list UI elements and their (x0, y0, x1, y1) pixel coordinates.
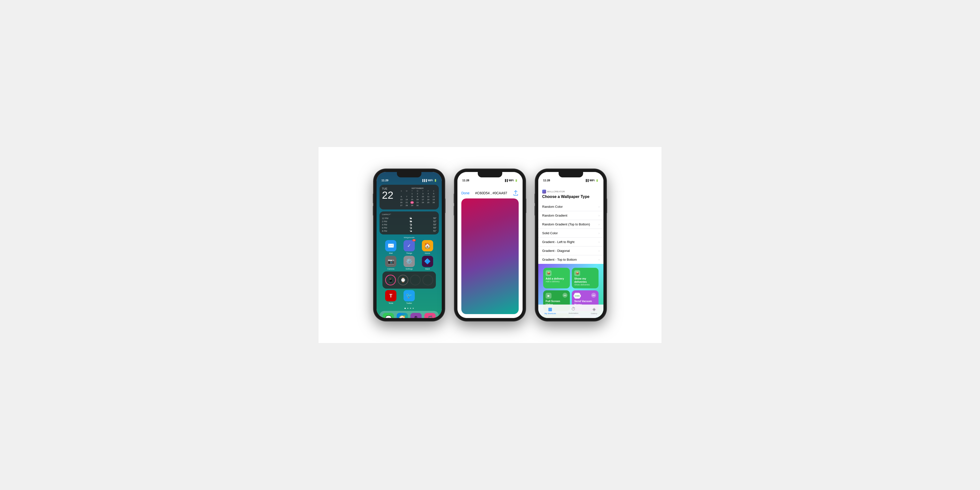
p2-wifi-icon: WiFi (509, 179, 514, 182)
dock-podcasts[interactable]: 🎙 (410, 313, 422, 318)
app-settings[interactable]: ⚙️ Settings (401, 256, 418, 270)
battery-circle-2: ⌚ (398, 275, 409, 285)
calendar-day: TUE (382, 187, 397, 190)
app-grid-row2: T Tesla 🐦 Twitter (380, 290, 439, 304)
battery-icon: 🔋 (434, 179, 437, 182)
dock-safari[interactable]: 🧭 (397, 313, 408, 318)
wallpaper-type-list: Random Color › Random Gradient › Random … (538, 202, 603, 264)
weather-row-2: 2 PM🌦72° (382, 220, 436, 223)
app-twitter[interactable]: 🐦 Twitter (401, 290, 418, 304)
phone-1-status-icons: ▐▐▐ WiFi 🔋 (422, 179, 437, 182)
shortcut-neato-icon-1: neato (574, 293, 580, 299)
phone-3-status-bar: 11:28 ▐▐ WiFi 🔋 (538, 172, 603, 183)
page-dot-1 (404, 308, 406, 309)
chevron-icon: › (598, 223, 600, 226)
chevron-icon: › (598, 249, 600, 253)
battery-circle-1: 📱 (385, 275, 396, 285)
phone-3: 11:28 ▐▐ WiFi 🔋 WALLCREATOR Choose a Wal… (535, 169, 606, 321)
shortcut-vacuum-more[interactable]: ••• (591, 293, 596, 298)
dock: 💬 🧭 🎙 🎵 (380, 311, 439, 318)
things-icon: ✓ (407, 243, 411, 248)
battery-circle-3 (410, 275, 421, 285)
wallpaper-item-solid-color[interactable]: Solid Color › (538, 229, 603, 238)
safari-icon: 🧭 (399, 315, 406, 318)
app-mail[interactable]: ✉️ Mail (382, 240, 399, 254)
app-home-label: Home (425, 252, 430, 254)
page-dot-4 (412, 308, 414, 309)
widgetsmith-label: Widgetsmith (380, 236, 439, 239)
tab-gallery-label: Gallery (591, 312, 597, 315)
tab-automation-label: Automation (568, 312, 578, 314)
phone-1-status-bar: 11:29 ▐▐▐ WiFi 🔋 (377, 172, 442, 183)
phone-3-notch (558, 172, 583, 177)
shortcut-show-deliveries-subtitle: Show deliveries (574, 283, 596, 286)
tab-gallery[interactable]: ◈ Gallery (591, 307, 597, 315)
page-dot-2 (407, 308, 409, 309)
wallpaper-item-label: Random Color (542, 205, 563, 208)
automation-icon: ⏱ (571, 307, 576, 312)
wallpaper-item-label: Gradient - Diagonal (542, 249, 570, 253)
watch-battery-icon: ⌚ (400, 277, 406, 283)
wallpaper-item-gradient-tb[interactable]: Gradient - Top to Bottom › (538, 255, 603, 264)
wallpaper-item-label: Random Gradient (Top to Bottom) (542, 223, 590, 226)
shortcut-video-more[interactable]: ••• (563, 293, 568, 298)
wallpaper-item-gradient-diagonal[interactable]: Gradient - Diagonal › (538, 247, 603, 255)
app-twitter-label: Twitter (406, 302, 412, 304)
mail-icon: ✉️ (388, 243, 394, 249)
page-dot-3 (410, 308, 411, 309)
share-button[interactable] (513, 190, 519, 196)
p2-battery-icon: 🔋 (515, 179, 518, 182)
music-icon: 🎵 (426, 315, 433, 318)
done-button[interactable]: Done (461, 191, 469, 195)
messages-icon: 💬 (385, 315, 392, 318)
page-dots (377, 306, 442, 311)
calendar-date: 22 (382, 190, 397, 200)
wallcreator-name: WALLCREATOR (547, 190, 565, 193)
app-home[interactable]: 🏠 Home (419, 240, 436, 254)
phone-1-notch (397, 172, 422, 177)
wallpaper-item-gradient-lr[interactable]: Gradient - Left to Right › (538, 238, 603, 247)
weather-widget[interactable]: CARROT° 12 PM🌥70° 2 PM🌦72° 4 PM🌤73° 6 PM… (380, 212, 439, 234)
dock-music[interactable]: 🎵 (424, 313, 436, 318)
shortcut-show-deliveries[interactable]: 📦 Show my deliveries Show deliveries (572, 268, 598, 288)
phone-2-status-icons: ▐▐ WiFi 🔋 (504, 179, 518, 182)
wallcreator-app-label: WALLCREATOR (542, 189, 600, 194)
calendar-weather-widget[interactable]: TUE 22 SEPTEMBER SMTWTFS 12345 (380, 185, 439, 210)
weather-row-3: 4 PM🌤73° (382, 223, 436, 226)
signal-icon: ▐▐▐ (422, 179, 427, 182)
tesla-icon: T (389, 293, 392, 299)
p3-signal-icon: ▐▐ (585, 179, 589, 182)
app-camera[interactable]: 📷 Camera (382, 256, 399, 270)
gallery-icon: ◈ (592, 307, 596, 312)
app-grid: ✉️ Mail ✓ 5 Things (380, 240, 439, 289)
tab-my-shortcuts[interactable]: ▦ My Shortcuts (545, 307, 556, 315)
tab-automation[interactable]: ⏱ Automation (568, 307, 578, 314)
wallpaper-item-random-gradient[interactable]: Random Gradient › (538, 211, 603, 220)
gradient-preview (461, 199, 519, 314)
app-tesla[interactable]: T Tesla (382, 290, 399, 304)
wallpaper-item-random-gradient-top[interactable]: Random Gradient (Top to Bottom) › (538, 220, 603, 229)
wallpaper-title: Choose a Wallpaper Type (542, 194, 600, 199)
dock-messages[interactable]: 💬 (383, 313, 394, 318)
wallpaper-item-label: Gradient - Top to Bottom (542, 258, 577, 261)
batteries-widget[interactable]: 📱 ⌚ (382, 272, 436, 289)
settings-icon: ⚙️ (406, 258, 412, 265)
my-shortcuts-icon: ▦ (548, 307, 552, 312)
slack-icon: 🔷 (424, 258, 431, 265)
shortcut-add-delivery[interactable]: 📦 Add a delivery Add a delivery (543, 268, 570, 288)
phone-3-time: 11:28 (543, 179, 550, 182)
app-slack[interactable]: 🔷 Slack (419, 256, 436, 270)
shortcut-show-deliveries-title: Show my deliveries (574, 277, 596, 283)
weather-row-1: 12 PM🌥70° (382, 216, 436, 220)
wallpaper-item-label: Random Gradient (542, 214, 568, 217)
phone-3-status-icons: ▐▐ WiFi 🔋 (585, 179, 598, 182)
shortcut-add-delivery-subtitle: Add a delivery (546, 280, 568, 283)
wallpaper-item-random-color[interactable]: Random Color › (538, 202, 603, 211)
phone-1-time: 11:29 (382, 179, 388, 182)
scene: 11:29 ▐▐▐ WiFi 🔋 TUE 22 (318, 147, 662, 343)
app-things-label: Things (406, 252, 412, 254)
shortcut-add-delivery-title: Add a delivery (546, 277, 568, 280)
wallpaper-item-label: Solid Color (542, 231, 558, 235)
app-things[interactable]: ✓ 5 Things (401, 240, 418, 254)
app-slack-label: Slack (425, 268, 430, 270)
